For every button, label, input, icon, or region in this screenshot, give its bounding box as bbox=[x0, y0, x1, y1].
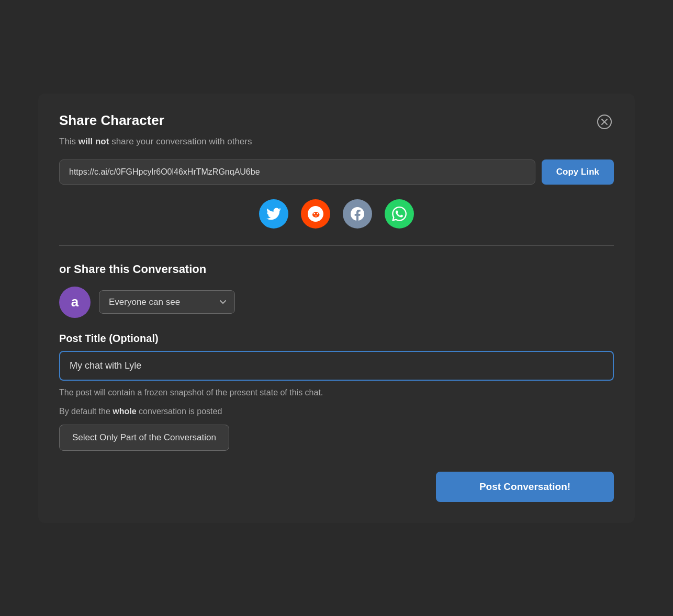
post-conversation-button[interactable]: Post Conversation! bbox=[436, 472, 614, 502]
avatar-letter: a bbox=[71, 294, 78, 310]
close-button[interactable] bbox=[595, 112, 614, 131]
subtitle-suffix: share your conversation with others bbox=[111, 136, 252, 146]
avatar: a bbox=[59, 287, 91, 318]
share-character-modal: Share Character This will not share your… bbox=[38, 94, 635, 523]
subtitle-bold: will not bbox=[78, 136, 109, 146]
whole-note-suffix: conversation is posted bbox=[139, 407, 222, 416]
copy-link-button[interactable]: Copy Link bbox=[542, 159, 614, 185]
whole-note-bold: whole bbox=[113, 407, 136, 416]
snapshot-note: The post will contain a frozen snapshot … bbox=[59, 388, 614, 397]
whatsapp-icon[interactable] bbox=[385, 199, 414, 229]
facebook-icon[interactable] bbox=[343, 199, 372, 229]
post-title-label: Post Title (Optional) bbox=[59, 333, 614, 345]
whole-note-prefix: By default the bbox=[59, 407, 113, 416]
select-part-button[interactable]: Select Only Part of the Conversation bbox=[59, 425, 229, 451]
modal-header: Share Character bbox=[59, 112, 614, 131]
post-title-input[interactable] bbox=[59, 351, 614, 381]
visibility-row: a Everyone can see Only me Friends only bbox=[59, 287, 614, 318]
footer-row: Post Conversation! bbox=[59, 472, 614, 502]
modal-title: Share Character bbox=[59, 112, 164, 129]
section-divider bbox=[59, 245, 614, 246]
whole-note: By default the whole conversation is pos… bbox=[59, 407, 614, 416]
modal-subtitle: This will not share your conversation wi… bbox=[59, 136, 614, 147]
conversation-section-title: or Share this Conversation bbox=[59, 263, 614, 276]
twitter-icon[interactable] bbox=[259, 199, 288, 229]
url-row: Copy Link bbox=[59, 159, 614, 185]
reddit-icon[interactable] bbox=[301, 199, 330, 229]
visibility-select[interactable]: Everyone can see Only me Friends only bbox=[99, 290, 235, 314]
subtitle-prefix: This bbox=[59, 136, 78, 146]
social-icons-row bbox=[59, 199, 614, 229]
share-url-input[interactable] bbox=[59, 159, 535, 185]
